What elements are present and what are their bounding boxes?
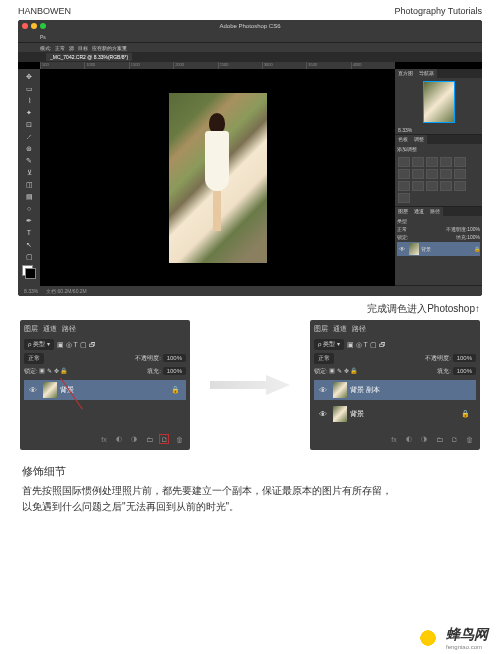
caption-1: 完成调色进入Photoshop↑ [18, 302, 480, 316]
shape-tool-icon[interactable]: ▢ [20, 251, 38, 262]
color-swatches-icon[interactable] [22, 265, 36, 279]
layer-thumb [409, 243, 419, 255]
adj-poster-icon[interactable] [426, 181, 438, 191]
histogram-tab[interactable]: 直方图 [395, 69, 416, 78]
lp2-paths-tab[interactable]: 路径 [352, 324, 366, 336]
layers-panel-before: 图层 通道 路径 ρ 类型 ▾ ▣ ◎ T ▢ 🗗 正常 不透明度: 100% … [20, 320, 190, 450]
minimize-icon[interactable] [31, 23, 37, 29]
lp2-eye-icon-2[interactable]: 👁 [316, 410, 330, 419]
adj-exposure-icon[interactable] [440, 157, 452, 167]
lasso-tool-icon[interactable]: ⌇ [20, 95, 38, 106]
marquee-tool-icon[interactable]: ▭ [20, 83, 38, 94]
adj-balance-icon[interactable] [412, 169, 424, 179]
lp2-fill-value[interactable]: 100% [453, 367, 476, 375]
fill-value[interactable]: 100% [467, 234, 480, 240]
adj-invert-icon[interactable] [412, 181, 424, 191]
lp-layers-tab[interactable]: 图层 [24, 324, 38, 336]
adj-lookup-icon[interactable] [398, 181, 410, 191]
layers-tab[interactable]: 图层 [395, 207, 411, 216]
lp2-kind-select[interactable]: ρ 类型 ▾ [314, 339, 344, 350]
canvas-area[interactable] [40, 69, 395, 286]
eraser-tool-icon[interactable]: ◫ [20, 179, 38, 190]
gradient-tool-icon[interactable]: ▤ [20, 191, 38, 202]
fx-icon[interactable]: fx [99, 434, 109, 444]
lp-blend-select[interactable]: 正常 [24, 353, 44, 364]
blur-tool-icon[interactable]: ○ [20, 203, 38, 214]
lp-opacity-label: 不透明度: [135, 355, 161, 361]
adj-brightness-icon[interactable] [398, 157, 410, 167]
swatches-tab[interactable]: 色板 [395, 135, 411, 144]
lock-icon: 🔒 [474, 246, 480, 252]
brush-tool-icon[interactable]: ✎ [20, 155, 38, 166]
lp-eye-icon[interactable]: 👁 [26, 386, 40, 395]
adjustments-tab[interactable]: 调整 [411, 135, 427, 144]
opt-mode-value[interactable]: 正常 [55, 45, 65, 51]
lp2-new-icon[interactable]: 🗋 [449, 434, 459, 444]
lp2-fill-label: 填充: [437, 368, 451, 374]
lp2-layer-bg[interactable]: 👁 背景 🔒 [314, 404, 476, 424]
lp2-layer-thumb-1 [333, 382, 347, 398]
document-tab[interactable]: _MC_7042.CR2 @ 8.33%(RGB/8*) [46, 53, 132, 61]
lp-fill-value[interactable]: 100% [163, 367, 186, 375]
path-tool-icon[interactable]: ↖ [20, 239, 38, 250]
options-bar: 模式: 正常 源 目标 应在新的方案里 [18, 42, 482, 52]
adj-bw-icon[interactable] [426, 169, 438, 179]
pen-tool-icon[interactable]: ✒ [20, 215, 38, 226]
lp-kind-select[interactable]: ρ 类型 ▾ [24, 339, 54, 350]
lp2-channels-tab[interactable]: 通道 [333, 324, 347, 336]
adj-select-icon[interactable] [398, 193, 410, 203]
ps-logo-icon[interactable]: Ps [40, 34, 46, 40]
close-icon[interactable] [22, 23, 28, 29]
maximize-icon[interactable] [40, 23, 46, 29]
bee-icon [412, 628, 444, 648]
adj-mixer-icon[interactable] [454, 169, 466, 179]
navigator-thumb[interactable] [423, 81, 455, 123]
visibility-icon[interactable]: 👁 [397, 246, 407, 252]
type-tool-icon[interactable]: T [20, 227, 38, 238]
paths-tab[interactable]: 路径 [427, 207, 443, 216]
crop-tool-icon[interactable]: ⊡ [20, 119, 38, 130]
lp2-eye-icon-1[interactable]: 👁 [316, 386, 330, 395]
lp-paths-tab[interactable]: 路径 [62, 324, 76, 336]
lp-opacity-value[interactable]: 100% [163, 354, 186, 362]
lp2-layers-tab[interactable]: 图层 [314, 324, 328, 336]
lp2-group-icon[interactable]: 🗀 [434, 434, 444, 444]
wand-tool-icon[interactable]: ✦ [20, 107, 38, 118]
new-layer-icon[interactable]: 🗋 [159, 434, 169, 444]
layers-kind-label: 类型 [397, 218, 407, 224]
adj-vibrance-icon[interactable] [454, 157, 466, 167]
adjust-layer-icon[interactable]: ◑ [129, 434, 139, 444]
stamp-tool-icon[interactable]: ⊻ [20, 167, 38, 178]
adj-hue-icon[interactable] [398, 169, 410, 179]
group-icon[interactable]: 🗀 [144, 434, 154, 444]
channels-tab[interactable]: 通道 [411, 207, 427, 216]
lp2-mask-icon[interactable]: ◐ [404, 434, 414, 444]
move-tool-icon[interactable]: ✥ [20, 71, 38, 82]
lp2-trash-icon[interactable]: 🗑 [464, 434, 474, 444]
blend-mode-select[interactable]: 正常 [397, 226, 407, 232]
lp-channels-tab[interactable]: 通道 [43, 324, 57, 336]
document-tabs: _MC_7042.CR2 @ 8.33%(RGB/8*) [18, 52, 482, 62]
lp2-adjust-icon[interactable]: ◑ [419, 434, 429, 444]
site-logo: 蜂鸟网 fengniao.com [412, 626, 488, 650]
eyedropper-tool-icon[interactable]: ⟋ [20, 131, 38, 142]
opacity-value[interactable]: 100% [467, 226, 480, 232]
lp2-opacity-value[interactable]: 100% [453, 354, 476, 362]
navigator-tab[interactable]: 导航器 [416, 69, 437, 78]
adj-photo-icon[interactable] [440, 169, 452, 179]
heal-tool-icon[interactable]: ⊛ [20, 143, 38, 154]
adj-levels-icon[interactable] [412, 157, 424, 167]
photo-image [169, 93, 267, 263]
adj-gradmap-icon[interactable] [454, 181, 466, 191]
lp2-blend-select[interactable]: 正常 [314, 353, 334, 364]
adj-thresh-icon[interactable] [440, 181, 452, 191]
lp2-layer-copy[interactable]: 👁 背景 副本 [314, 380, 476, 400]
mask-icon[interactable]: ◐ [114, 434, 124, 444]
adj-curves-icon[interactable] [426, 157, 438, 167]
layer-row-bg[interactable]: 👁 背景 🔒 [397, 242, 480, 256]
lp-layer-bg[interactable]: 👁 背景 🔒 [24, 380, 186, 400]
zoom-value: 8.33% [395, 126, 482, 134]
lp2-fx-icon[interactable]: fx [389, 434, 399, 444]
lock-label: 锁定: [397, 234, 408, 240]
trash-icon[interactable]: 🗑 [174, 434, 184, 444]
